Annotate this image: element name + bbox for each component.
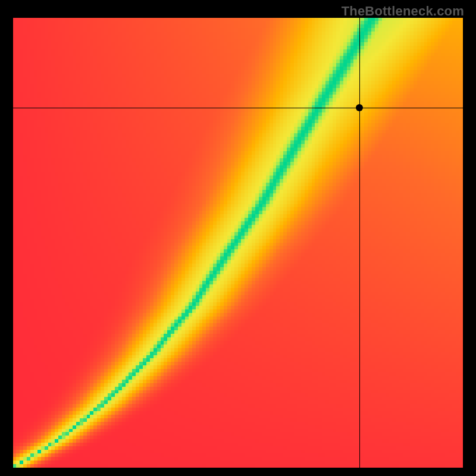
- crosshair-vertical: [359, 18, 360, 468]
- heatmap-plot: [13, 18, 463, 468]
- crosshair-horizontal: [13, 108, 463, 108]
- chart-frame: TheBottleneck.com: [0, 0, 476, 476]
- heatmap-canvas: [13, 18, 463, 468]
- watermark-text: TheBottleneck.com: [342, 4, 464, 19]
- selection-marker: [356, 104, 363, 111]
